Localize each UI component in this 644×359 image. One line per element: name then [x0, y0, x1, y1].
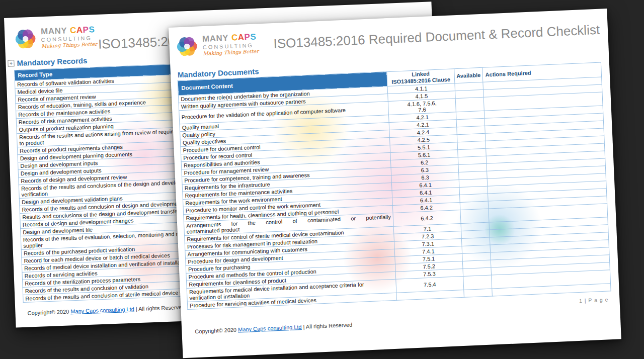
page-number: 1 | P a g e [579, 296, 609, 304]
brand-word-many: MANY [202, 33, 229, 44]
company-link[interactable]: Many Caps consulting Ltd [70, 306, 134, 314]
brand-letter: C [231, 33, 238, 43]
table-move-handle-icon[interactable]: + [8, 60, 14, 66]
available-cell [464, 289, 493, 297]
desktop-background: MANYCAPS CONSULTING Making Things Better… [0, 0, 644, 359]
rights-text: | All rights Reserved [134, 304, 185, 312]
brand-word-many: MANY [41, 26, 67, 36]
logo-text: MANYCAPS CONSULTING Making Things Better [202, 32, 259, 57]
front-page: MANYCAPS CONSULTING Making Things Better… [169, 9, 621, 358]
brand-letter: S [250, 32, 257, 41]
copyright-text: Copyright© 2020 [27, 308, 70, 316]
many-caps-pinwheel-icon [175, 34, 199, 58]
page-title: ISO13485:2016 Required Document & Record… [273, 22, 600, 52]
brand-letter: A [237, 32, 245, 42]
many-caps-logo: MANYCAPS CONSULTING Making Things Better [175, 32, 259, 58]
many-caps-logo: MANYCAPS CONSULTING Making Things Better [14, 25, 98, 51]
documents-table: Document Content Linked ISO13485:2016 Cl… [178, 62, 611, 310]
section-heading-mandatory-records: Mandatory Records [17, 56, 88, 67]
documents-table-body: Document the role(s) undertaken by the o… [178, 77, 611, 309]
rights-text: | All rights Reserved [301, 322, 352, 330]
brand-letter: S [89, 25, 95, 34]
brand-letter: C [70, 26, 77, 35]
available-cell [455, 97, 484, 112]
brand-letter: A [76, 25, 84, 35]
logo-text: MANYCAPS CONSULTING Making Things Better [41, 25, 98, 49]
copyright-footer: Copyright© 2020 Many Caps consulting Ltd… [195, 322, 352, 335]
copyright-footer: Copyright© 2020 Many Caps consulting Ltd… [27, 304, 185, 316]
company-link[interactable]: Many Caps consulting Ltd [238, 324, 302, 333]
available-cell [460, 209, 489, 223]
copyright-text: Copyright© 2020 [195, 327, 238, 335]
col-header-available: Available [454, 67, 483, 83]
many-caps-pinwheel-icon [14, 27, 38, 51]
available-cell [463, 275, 492, 290]
